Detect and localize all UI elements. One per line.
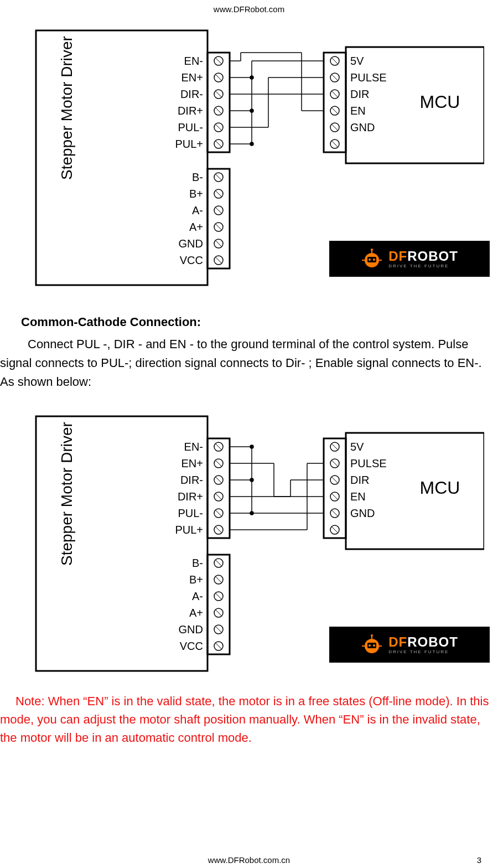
svg-point-64 — [250, 109, 253, 112]
svg-line-122 — [215, 643, 222, 649]
svg-text:DIR-: DIR- — [180, 474, 203, 486]
header-url: www.DFRobot.com — [0, 0, 498, 14]
svg-line-100 — [215, 510, 222, 516]
svg-line-13 — [215, 107, 222, 114]
svg-text:VCC: VCC — [180, 640, 203, 652]
svg-text:MCU: MCU — [420, 478, 460, 498]
svg-text:GND: GND — [179, 237, 203, 250]
svg-text:B-: B- — [192, 557, 203, 569]
svg-text:DIR: DIR — [350, 88, 369, 100]
svg-text:5V: 5V — [350, 55, 364, 67]
svg-text:DIR: DIR — [350, 474, 369, 486]
svg-text:B-: B- — [192, 171, 203, 183]
driver-label: Stepper Motor Driver — [58, 36, 75, 180]
svg-line-57 — [331, 141, 338, 147]
svg-text:VCC: VCC — [180, 254, 203, 266]
svg-point-78 — [369, 259, 371, 261]
svg-point-81 — [371, 249, 373, 251]
svg-line-10 — [215, 91, 222, 97]
svg-line-26 — [215, 190, 222, 197]
svg-line-16 — [215, 124, 222, 131]
svg-text:PUL+: PUL+ — [175, 138, 203, 150]
svg-point-150 — [250, 512, 253, 515]
svg-line-127 — [331, 443, 338, 450]
body-paragraph: Connect PUL -, DIR - and EN - to the gro… — [0, 335, 492, 391]
dfrobot-logo-2: DFROBOT DRIVE THE FUTURE — [329, 627, 490, 663]
svg-text:EN: EN — [350, 105, 366, 117]
svg-rect-104 — [208, 555, 230, 654]
svg-text:PULSE: PULSE — [350, 71, 387, 84]
svg-text:B+: B+ — [189, 188, 203, 200]
svg-point-149 — [250, 478, 253, 482]
svg-point-79 — [373, 259, 375, 261]
svg-text:EN+: EN+ — [181, 457, 203, 469]
svg-line-32 — [215, 224, 222, 230]
svg-line-94 — [215, 477, 222, 483]
svg-line-133 — [331, 477, 338, 483]
svg-rect-20 — [208, 169, 230, 268]
svg-line-42 — [331, 58, 338, 64]
driver-label-2: Stepper Motor Driver — [58, 422, 75, 566]
svg-point-163 — [373, 644, 375, 647]
svg-line-7 — [215, 74, 222, 81]
svg-text:GND: GND — [350, 507, 375, 519]
svg-line-4 — [215, 58, 222, 64]
svg-rect-40 — [324, 53, 346, 152]
mcu-pins: 5V PULSE DIR EN GND — [330, 55, 387, 148]
driver-bottom-pins: B- B+ A- A+ GND VCC — [179, 171, 223, 266]
svg-point-165 — [371, 634, 373, 637]
svg-line-107 — [215, 560, 222, 566]
page-number: 3 — [477, 855, 481, 865]
svg-line-48 — [331, 91, 338, 97]
svg-text:EN-: EN- — [184, 55, 203, 67]
svg-rect-39 — [346, 47, 484, 163]
svg-line-116 — [215, 609, 222, 616]
wiring-diagram-2: Stepper Motor Driver EN- EN+ DIR- DIR+ P… — [30, 411, 484, 676]
driver-top-pins: EN- EN+ DIR- DIR+ PUL- PUL+ — [175, 55, 223, 150]
svg-line-142 — [331, 526, 338, 533]
svg-point-63 — [250, 76, 253, 79]
svg-text:GND: GND — [350, 121, 375, 133]
note-paragraph: Note: When “EN” is in the valid state, t… — [0, 692, 498, 747]
svg-line-139 — [331, 510, 338, 516]
svg-line-29 — [215, 207, 222, 214]
svg-line-38 — [215, 257, 222, 264]
footer: www.DFRobot.com.cn 3 — [0, 855, 498, 865]
svg-text:PUL-: PUL- — [178, 507, 203, 519]
svg-line-54 — [331, 124, 338, 131]
svg-text:5V: 5V — [350, 441, 364, 453]
svg-line-35 — [215, 240, 222, 247]
svg-text:GND: GND — [179, 623, 203, 636]
svg-line-103 — [215, 526, 222, 533]
svg-line-119 — [215, 626, 222, 633]
svg-text:EN: EN — [350, 490, 366, 503]
footer-url: www.DFRobot.com.cn — [0, 855, 498, 865]
svg-line-88 — [215, 443, 222, 450]
svg-text:A-: A- — [192, 204, 203, 216]
svg-line-130 — [331, 460, 338, 467]
svg-text:A+: A+ — [189, 221, 203, 233]
svg-point-148 — [250, 445, 253, 448]
svg-line-110 — [215, 576, 222, 583]
robot-icon — [361, 634, 383, 656]
svg-text:PUL-: PUL- — [178, 121, 203, 133]
svg-text:A-: A- — [192, 590, 203, 602]
svg-line-45 — [331, 74, 338, 81]
svg-text:A+: A+ — [189, 607, 203, 619]
svg-text:DIR+: DIR+ — [178, 490, 203, 503]
section-heading: Common-Cathode Connection: — [21, 313, 492, 332]
svg-text:EN+: EN+ — [181, 71, 203, 84]
svg-line-113 — [215, 593, 222, 600]
svg-rect-1 — [208, 53, 230, 152]
mcu-label: MCU — [420, 92, 460, 112]
svg-text:PULSE: PULSE — [350, 457, 387, 469]
svg-line-19 — [215, 141, 222, 147]
svg-rect-123 — [346, 433, 484, 549]
svg-line-91 — [215, 460, 222, 467]
svg-text:DIR-: DIR- — [180, 88, 203, 100]
svg-point-162 — [369, 644, 371, 647]
svg-line-51 — [331, 107, 338, 114]
wiring-diagram-1: Stepper Motor Driver EN- EN+ DIR- DIR+ P… — [30, 25, 484, 291]
svg-rect-85 — [208, 438, 230, 538]
svg-point-65 — [250, 142, 253, 146]
